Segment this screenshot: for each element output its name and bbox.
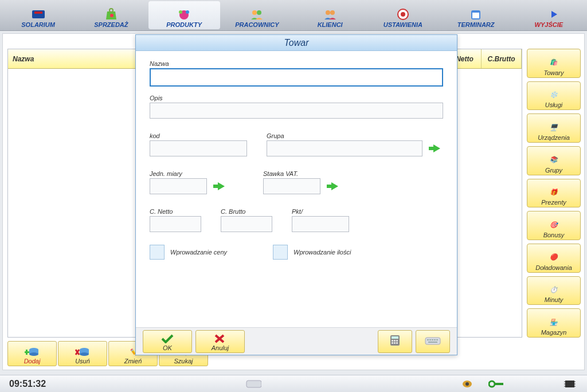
svg-rect-43 <box>565 381 574 387</box>
nav-klienci[interactable]: KLIENCI <box>294 1 366 29</box>
grupa-label: Grupa <box>267 132 443 139</box>
cena-checkbox[interactable] <box>150 245 165 260</box>
keyboard-icon[interactable] <box>245 378 261 390</box>
kod-field[interactable] <box>150 140 247 156</box>
warehouse-icon: 🏪 <box>546 315 562 329</box>
side-label: Minuty <box>545 296 563 303</box>
usun-button[interactable]: Usuń <box>58 341 107 366</box>
side-label: Prezenty <box>541 199 566 206</box>
kod-label: kod <box>150 132 247 139</box>
dialog-body: Nazwa Opis kod Grupa Jedn. miary <box>136 51 457 260</box>
employees-icon <box>248 7 265 21</box>
keyboard-icon <box>424 335 441 348</box>
side-prezenty[interactable]: 🎁Prezenty <box>527 179 581 208</box>
svg-rect-33 <box>429 339 431 340</box>
services-icon: ❄️ <box>546 88 562 101</box>
nazwa-label: Nazwa <box>150 60 443 67</box>
ok-button[interactable]: OK <box>143 330 192 353</box>
calendar-icon <box>467 7 484 21</box>
towar-dialog: Towar Nazwa Opis kod Grupa Jedn. miary <box>135 34 457 355</box>
nav-wyjscie[interactable]: WYJŚCIE <box>513 1 585 29</box>
vat-field[interactable] <box>263 178 320 194</box>
svg-point-40 <box>465 382 469 386</box>
calculator-button[interactable] <box>378 330 412 353</box>
add-db-icon <box>25 346 40 358</box>
btn-label: Usuń <box>75 358 90 364</box>
svg-point-7 <box>252 10 257 15</box>
clock: 09:51:32 <box>9 379 46 389</box>
delete-db-icon <box>75 346 90 358</box>
nav-solarium[interactable]: SOLARIUM <box>2 1 74 29</box>
nav-label: PRACOWNICY <box>235 21 279 28</box>
svg-rect-35 <box>434 339 436 340</box>
btn-label: Anuluj <box>212 344 229 351</box>
nav-pracownicy[interactable]: PRACOWNICY <box>221 1 293 29</box>
opis-field[interactable] <box>150 103 443 119</box>
grupa-picker-button[interactable] <box>426 141 443 156</box>
status-bar: 09:51:32 <box>0 375 587 392</box>
dialog-title: Towar <box>136 35 457 51</box>
check-icon <box>161 334 174 344</box>
nav-label: USTAWIENIA <box>383 21 422 28</box>
nav-sprzedaz[interactable]: SPRZEDAŻ <box>75 1 147 29</box>
side-label: Usługi <box>545 101 563 108</box>
cbrutto-field[interactable] <box>221 216 272 232</box>
anuluj-button[interactable]: Anuluj <box>195 330 245 353</box>
dialog-footer: OK Anuluj <box>136 327 457 355</box>
topup-icon: 🔴 <box>546 250 562 264</box>
keyboard-button[interactable] <box>416 330 450 353</box>
ilosc-checkbox[interactable] <box>273 245 288 260</box>
side-label: Urządzenia <box>538 134 570 141</box>
svg-point-3 <box>110 14 114 17</box>
side-urzadzenia[interactable]: 🖥️Urządzenia <box>527 113 581 143</box>
nav-label: SPRZEDAŻ <box>94 21 128 28</box>
dodaj-button[interactable]: Dodaj <box>7 341 57 366</box>
svg-rect-38 <box>246 381 261 387</box>
jedn-picker-button[interactable] <box>210 179 228 194</box>
vat-picker-button[interactable] <box>324 179 341 194</box>
top-nav: SOLARIUM SPRZEDAŻ PRODUKTY PRACOWNICY KL… <box>0 0 587 31</box>
jedn-label: Jedn. miary <box>150 170 230 177</box>
svg-point-5 <box>179 10 182 14</box>
side-towary[interactable]: 🛍️Towary <box>527 49 581 78</box>
btn-label: Zmień <box>124 358 142 364</box>
svg-point-2 <box>109 9 113 12</box>
th-cbrutto[interactable]: C.Brutto <box>482 49 522 68</box>
exit-arrow-icon <box>540 7 557 21</box>
svg-point-9 <box>326 10 330 15</box>
cnetto-field[interactable] <box>150 216 201 232</box>
side-magazyn[interactable]: 🏪Magazyn <box>527 308 581 338</box>
side-uslugi[interactable]: ❄️Usługi <box>527 81 581 111</box>
svg-rect-42 <box>494 383 503 385</box>
side-grupy[interactable]: 📚Grupy <box>527 146 581 175</box>
side-minuty[interactable]: ⏱️Minuty <box>527 276 581 305</box>
bonus-icon: 🎯 <box>546 218 562 232</box>
nav-terminarz[interactable]: TERMINARZ <box>440 1 512 29</box>
nav-label: SOLARIUM <box>21 21 55 28</box>
svg-point-17 <box>29 352 38 356</box>
grupa-field[interactable] <box>267 140 422 156</box>
gifts-icon: 🎁 <box>546 185 562 199</box>
svg-rect-31 <box>425 338 440 344</box>
side-bonusy[interactable]: 🎯Bonusy <box>527 211 581 240</box>
svg-point-12 <box>401 12 405 17</box>
btn-label: Dodaj <box>24 358 41 364</box>
pkt-field[interactable] <box>292 216 349 232</box>
cbrutto-label: C. Brutto <box>221 208 272 215</box>
nazwa-field[interactable] <box>150 68 443 87</box>
nav-ustawienia[interactable]: USTAWIENIA <box>367 1 439 29</box>
nav-produkty[interactable]: PRODUKTY <box>148 1 220 29</box>
side-doladowania[interactable]: 🔴Doładowania <box>527 244 581 273</box>
svg-rect-25 <box>392 340 393 342</box>
key-icon <box>488 378 504 390</box>
svg-rect-14 <box>472 13 479 18</box>
groups-icon: 📚 <box>546 153 562 167</box>
side-label: Bonusy <box>543 232 565 238</box>
jedn-field[interactable] <box>150 178 207 194</box>
chip-icon <box>562 378 578 390</box>
svg-rect-29 <box>394 342 396 344</box>
cena-check-label: Wprowadzanie ceny <box>170 249 227 256</box>
svg-rect-1 <box>34 11 42 14</box>
svg-point-6 <box>186 10 189 14</box>
side-label: Towary <box>543 69 563 76</box>
